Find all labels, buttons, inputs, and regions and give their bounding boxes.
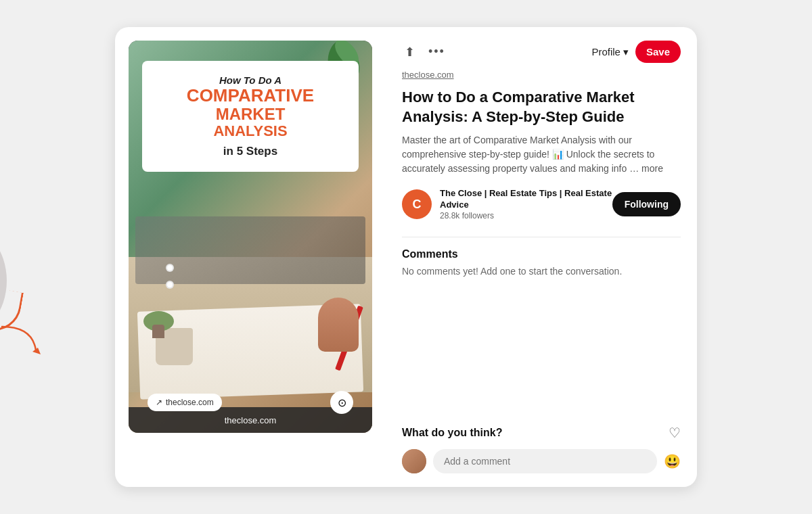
pin-image-container: How To Do A COMPARATIVE MARKET ANALYSIS …: [129, 41, 372, 433]
detail-panel: ⬆ ••• Profile ▾ Save theclose.com How: [386, 27, 697, 487]
hand-decoration: [318, 298, 359, 352]
annotation-bubble: Include a CTA which can be a URL to a la…: [0, 223, 7, 338]
reaction-row: What do you think? ♡: [402, 425, 681, 441]
pin-card-title3: ANALYSIS: [156, 123, 345, 139]
creator-avatar-letter: C: [413, 197, 422, 212]
creator-info: C The Close | Real Estate Tips | Real Es…: [402, 188, 612, 220]
save-button[interactable]: Save: [635, 41, 681, 63]
comments-title: Comments: [402, 248, 681, 260]
laptop-decoration: [135, 216, 365, 284]
pin-image-bg: How To Do A COMPARATIVE MARKET ANALYSIS …: [129, 41, 372, 433]
commenter-avatar: [402, 449, 426, 473]
share-icon: ⬆: [405, 45, 415, 59]
profile-dropdown-button[interactable]: Profile ▾: [591, 46, 629, 58]
share-button[interactable]: ⬆: [402, 42, 418, 62]
pin-panel: How To Do A COMPARATIVE MARKET ANALYSIS …: [115, 27, 386, 487]
detail-actions-right: Profile ▾ Save: [591, 41, 681, 63]
profile-label: Profile: [591, 46, 621, 57]
spacer: [402, 336, 681, 425]
creator-followers: 28.8k followers: [440, 211, 612, 220]
pin-dot-1: [166, 264, 174, 272]
creator-row: C The Close | Real Estate Tips | Real Es…: [402, 188, 681, 220]
comment-input[interactable]: [433, 449, 657, 473]
pin-card-title1: COMPARATIVE: [156, 86, 345, 106]
detail-actions-left: ⬆ •••: [402, 42, 448, 62]
pin-dot-2: [166, 281, 174, 289]
more-icon: •••: [428, 45, 445, 58]
pin-link-button[interactable]: ↗ theclose.com: [148, 394, 222, 411]
heart-button[interactable]: ♡: [669, 425, 681, 441]
creator-name: The Close | Real Estate Tips | Real Esta…: [440, 188, 612, 211]
pin-bottom-url-text: theclose.com: [225, 415, 277, 425]
divider: [402, 237, 681, 237]
annotation-arrow-icon: [0, 323, 46, 357]
description-text: Master the art of Comparative Market Ana…: [402, 135, 654, 174]
pin-card-title2: MARKET: [156, 106, 345, 123]
link-arrow-icon: ↗: [156, 398, 162, 407]
pin-title: How to Do a Comparative Market Analysis:…: [402, 88, 681, 126]
reaction-label: What do you think?: [402, 427, 502, 439]
source-link[interactable]: theclose.com: [402, 70, 681, 80]
pin-link-url: theclose.com: [166, 398, 214, 407]
pin-detail-modal: How To Do A COMPARATIVE MARKET ANALYSIS …: [115, 27, 697, 487]
no-comments-text: No comments yet! Add one to start the co…: [402, 266, 681, 277]
pin-card-how: How To Do A: [156, 74, 345, 86]
creator-avatar: C: [402, 189, 432, 219]
small-plant-decoration: [143, 311, 174, 338]
comments-section: Comments No comments yet! Add one to sta…: [402, 248, 681, 337]
more-options-button[interactable]: •••: [426, 42, 448, 62]
pin-card-steps: in 5 Steps: [156, 145, 345, 158]
detail-topbar: ⬆ ••• Profile ▾ Save: [402, 41, 681, 63]
description-truncated: … more: [629, 163, 663, 174]
pin-bottom-controls: ↗ theclose.com ⊙: [129, 391, 372, 414]
lens-icon: ⊙: [338, 396, 346, 409]
creator-text: The Close | Real Estate Tips | Real Esta…: [440, 188, 612, 220]
pin-card: How To Do A COMPARATIVE MARKET ANALYSIS …: [142, 61, 359, 172]
chevron-down-icon: ▾: [623, 46, 629, 58]
pin-lens-button[interactable]: ⊙: [330, 391, 353, 414]
emoji-button[interactable]: 😃: [664, 453, 681, 469]
pin-description: Master the art of Comparative Market Ana…: [402, 133, 681, 176]
svg-marker-0: [32, 348, 41, 354]
following-button[interactable]: Following: [612, 192, 681, 216]
comment-input-row: 😃: [402, 449, 681, 473]
